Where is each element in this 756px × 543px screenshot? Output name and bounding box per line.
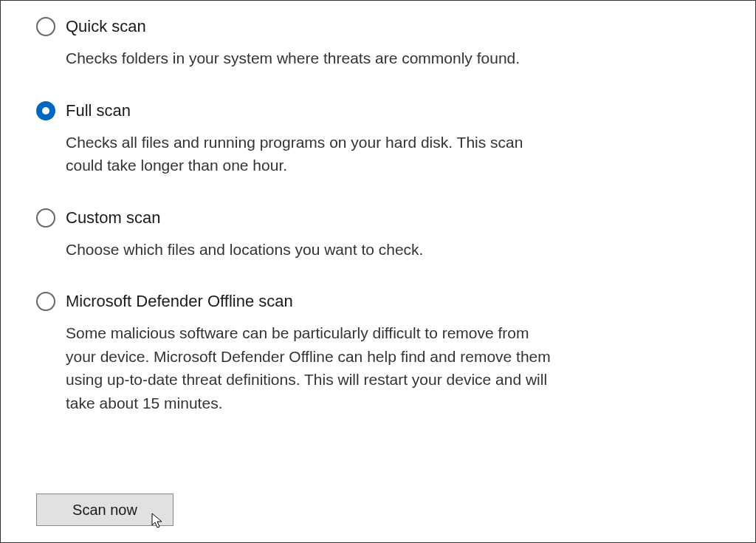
scan-now-label: Scan now bbox=[72, 502, 137, 519]
option-header: Microsoft Defender Offline scan bbox=[36, 292, 568, 311]
option-description: Some malicious software can be particula… bbox=[66, 321, 553, 414]
option-description: Checks folders in your system where thre… bbox=[66, 47, 553, 70]
scan-now-button[interactable]: Scan now bbox=[36, 494, 173, 526]
scan-option-quick: Quick scan Checks folders in your system… bbox=[36, 17, 568, 70]
option-title: Full scan bbox=[66, 101, 131, 120]
scan-option-full: Full scan Checks all files and running p… bbox=[36, 101, 568, 177]
option-description: Choose which files and locations you wan… bbox=[66, 238, 553, 262]
option-header: Quick scan bbox=[36, 17, 568, 36]
option-header: Custom scan bbox=[36, 208, 568, 228]
option-title: Custom scan bbox=[66, 208, 160, 228]
scan-option-offline: Microsoft Defender Offline scan Some mal… bbox=[36, 292, 568, 414]
radio-offline-scan[interactable] bbox=[36, 292, 55, 311]
radio-full-scan[interactable] bbox=[36, 101, 55, 120]
option-title: Quick scan bbox=[66, 17, 146, 36]
option-title: Microsoft Defender Offline scan bbox=[66, 292, 293, 311]
radio-custom-scan[interactable] bbox=[36, 208, 55, 228]
scan-option-custom: Custom scan Choose which files and locat… bbox=[36, 208, 568, 262]
option-description: Checks all files and running programs on… bbox=[66, 131, 553, 177]
radio-quick-scan[interactable] bbox=[36, 17, 55, 36]
option-header: Full scan bbox=[36, 101, 568, 120]
